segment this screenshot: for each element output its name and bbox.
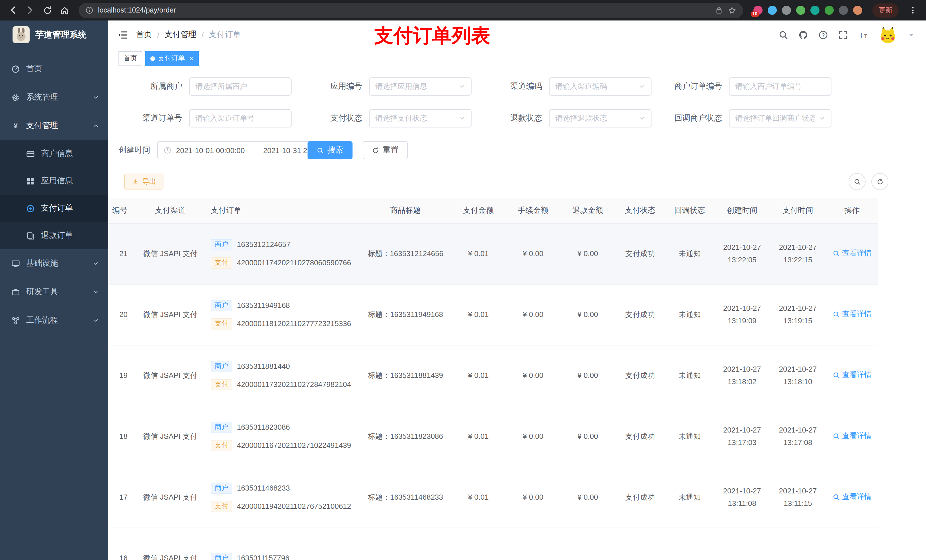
breadcrumb-item-pay[interactable]: 支付管理 <box>165 30 197 40</box>
filter-label: 创建时间 <box>118 145 157 155</box>
sidebar-item-工作流程[interactable]: 工作流程 <box>0 306 108 335</box>
svg-text:?: ? <box>822 32 825 38</box>
hamburger-icon <box>117 29 128 40</box>
sidebar-item-应用信息[interactable]: 应用信息 <box>0 167 108 195</box>
infra-icon <box>11 259 20 268</box>
bookmark-star-icon[interactable] <box>728 6 736 15</box>
table-row: 17微信 JSAPI 支付商户1635311468233支付4200001194… <box>108 466 878 528</box>
extension-icon-7[interactable] <box>839 6 848 15</box>
chevron-down-icon <box>92 317 99 324</box>
search-icon <box>853 178 861 185</box>
search-button[interactable]: 搜索 <box>307 141 353 159</box>
sidebar-item-系统管理[interactable]: 系统管理 <box>0 83 108 112</box>
view-detail-link[interactable]: 查看详情 <box>832 248 872 259</box>
refresh-table-button[interactable] <box>872 173 888 190</box>
github-icon[interactable] <box>799 30 808 39</box>
sidebar-item-支付订单[interactable]: 支付订单 <box>0 195 108 222</box>
extension-icon-8[interactable] <box>853 6 862 15</box>
cell-order-no: 商户1635312124657支付42000011742021102780605… <box>207 223 360 284</box>
url-text: localhost:1024/pay/order <box>98 6 176 14</box>
avatar-dropdown[interactable] <box>908 30 915 40</box>
sidebar-item-基础设施[interactable]: 基础设施 <box>0 249 108 278</box>
cell-title: 标题：1635311949168 <box>360 284 451 345</box>
cell-notify-status: 未通知 <box>665 406 714 466</box>
site-info-icon <box>85 6 94 14</box>
extension-icon-1[interactable]: 10 <box>754 6 763 15</box>
cell-actions: 查看详情 <box>826 223 878 284</box>
share-icon[interactable] <box>715 6 723 15</box>
yen-icon: ¥ <box>11 122 20 130</box>
view-detail-link[interactable]: 查看详情 <box>832 431 872 441</box>
toggle-search-button[interactable] <box>849 173 865 190</box>
extension-icon-6[interactable] <box>825 6 834 15</box>
tab-close-icon[interactable]: × <box>189 54 193 62</box>
view-detail-link[interactable]: 查看详情 <box>832 309 872 320</box>
browser-toolbar: localhost:1024/pay/order 10 更新 <box>0 0 926 21</box>
view-detail-link[interactable]: 查看详情 <box>832 492 872 502</box>
table-column-header: 回调状态 <box>665 198 714 223</box>
tags-view-bar: 首页 支付订单 × <box>108 49 926 68</box>
filter-field: 回调商户状态请选择订单回调商户状态 <box>658 109 838 127</box>
svg-text:¥: ¥ <box>14 122 18 130</box>
extension-icon-3[interactable] <box>782 6 791 15</box>
refresh-icon <box>876 178 884 185</box>
page-content: 所属商户请选择所属商户应用编号请选择应用信息渠道编码请输入渠道编码商户订单编号请… <box>108 68 926 560</box>
sidebar-item-研发工具[interactable]: 研发工具 <box>0 278 108 306</box>
view-detail-link[interactable]: 查看详情 <box>832 370 872 380</box>
filter-select[interactable]: 请选择订单回调商户状态 <box>729 109 831 127</box>
sidebar-item-支付管理[interactable]: ¥支付管理 <box>0 112 108 140</box>
cell-title <box>360 528 451 560</box>
filter-row-3: 创建时间 2021-10-01 00:00:00 - 2021-10-31 23… <box>118 141 926 159</box>
address-bar[interactable]: localhost:1024/pay/order <box>79 3 743 18</box>
filter-input[interactable]: 请选择所属商户 <box>189 77 292 96</box>
extension-icon-2[interactable] <box>768 6 777 15</box>
browser-reload-button[interactable] <box>40 3 54 18</box>
refresh-icon <box>372 146 379 154</box>
browser-home-button[interactable] <box>57 3 72 18</box>
search-icon[interactable] <box>779 30 788 39</box>
tab-home[interactable]: 首页 <box>118 51 142 66</box>
font-size-icon[interactable]: TT <box>858 30 868 39</box>
cell-order-no: 商户1635311823086支付42000011672021102710224… <box>207 406 360 466</box>
browser-menu-button[interactable] <box>905 3 920 18</box>
filter-label: 应用编号 <box>298 82 369 92</box>
sidebar-item-首页[interactable]: 首页 <box>0 54 108 83</box>
reset-button[interactable]: 重置 <box>363 141 408 159</box>
app-shell: 芋道管理系统 首页系统管理¥支付管理商户信息应用信息支付订单退款订单基础设施研发… <box>0 21 926 560</box>
help-icon[interactable]: ? <box>819 30 828 39</box>
search-button-label: 搜索 <box>327 145 343 155</box>
table-header-row: 编号支付渠道支付订单商品标题支付金额手续金额退款金额支付状态回调状态创建时间支付… <box>108 198 878 223</box>
sidebar-collapse-button[interactable] <box>117 29 128 41</box>
app-logo-row[interactable]: 芋道管理系统 <box>0 21 108 49</box>
chevron-down-icon <box>92 94 99 101</box>
update-button[interactable]: 更新 <box>873 3 899 17</box>
cell-id: 16 <box>108 528 133 560</box>
extension-icon-5[interactable] <box>810 6 820 15</box>
filter-select[interactable]: 请选择支付状态 <box>369 109 472 127</box>
reset-button-label: 重置 <box>383 145 399 155</box>
extension-icon-4[interactable] <box>796 6 805 15</box>
user-avatar[interactable] <box>878 25 897 44</box>
filter-field-date: 创建时间 2021-10-01 00:00:00 - 2021-10-31 23… <box>118 141 298 159</box>
cell-id: 21 <box>108 223 133 284</box>
filter-input[interactable]: 请输入渠道订单号 <box>189 109 292 127</box>
sidebar-item-退款订单[interactable]: 退款订单 <box>0 222 108 249</box>
tab-pay-order[interactable]: 支付订单 × <box>145 51 198 66</box>
filter-select[interactable]: 请选择退款状态 <box>549 109 652 127</box>
browser-back-button[interactable] <box>6 3 21 18</box>
table-row: 16微信 JSAPI 支付商户1635311157796 <box>108 528 878 560</box>
filter-field: 退款状态请选择退款状态 <box>478 109 658 127</box>
breadcrumb-separator: / <box>201 30 204 39</box>
app-header: 首页 / 支付管理 / 支付订单 支付订单列表 ? TT <box>108 21 926 49</box>
merchant-tag: 商户 <box>211 421 232 433</box>
chevron-down-icon <box>92 288 99 295</box>
sidebar-item-商户信息[interactable]: 商户信息 <box>0 140 108 167</box>
filter-select[interactable]: 请选择应用信息 <box>369 77 472 96</box>
fullscreen-icon[interactable] <box>838 30 848 39</box>
filter-select[interactable]: 请输入渠道编码 <box>549 77 652 96</box>
export-button[interactable]: 导出 <box>124 174 163 190</box>
cell-pay-time: 2021-10-2713:18:10 <box>770 345 826 406</box>
breadcrumb-item-home[interactable]: 首页 <box>136 30 152 40</box>
browser-forward-button[interactable] <box>23 3 38 18</box>
filter-input[interactable]: 请输入商户订单编号 <box>729 77 831 96</box>
